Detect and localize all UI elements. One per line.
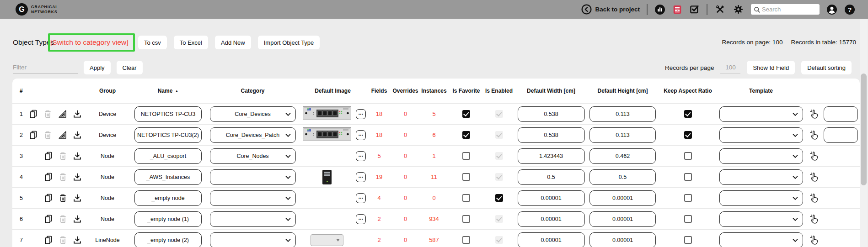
is-favorite-checkbox[interactable] [462,131,470,139]
name-input[interactable]: _AWS_Instances [134,169,202,185]
show-id-field-button[interactable]: Show Id Field [747,61,795,74]
switch-to-category-view-link[interactable]: [Switch to category view] [50,33,129,52]
instances-count[interactable]: 934 [418,215,450,222]
tasks-icon[interactable] [689,4,700,15]
hand-pointer-icon[interactable] [809,109,819,120]
template-select[interactable] [719,211,803,227]
default-height-input[interactable]: 0.113 [589,106,656,122]
add-new-button[interactable]: Add New [215,36,251,49]
col-header-default-height[interactable]: Default Height [cm] [587,88,658,94]
is-favorite-checkbox[interactable] [462,215,470,223]
is-enabled-checkbox[interactable] [495,131,503,139]
default-height-input[interactable]: 0.00001 [589,211,656,227]
trash-icon[interactable] [59,193,67,203]
is-enabled-checkbox[interactable] [495,173,503,181]
tools-icon[interactable] [714,4,726,15]
category-select[interactable] [210,190,296,206]
keep-aspect-ratio-checkbox[interactable] [684,152,692,160]
default-height-input[interactable]: 0.5 [589,169,656,185]
user-icon[interactable] [826,4,837,15]
download-icon[interactable] [73,235,82,245]
name-input[interactable]: _empty node (1) [134,211,202,227]
fields-count[interactable]: 5 [366,152,392,159]
trash-icon[interactable] [43,109,52,119]
image-more-button[interactable]: ... [356,193,366,203]
copy-icon[interactable] [44,193,53,203]
copy-icon[interactable] [44,172,53,182]
default-height-input[interactable]: 0.462 [589,148,656,164]
icon-input[interactable] [824,106,858,122]
col-header-name[interactable]: Name▲ [130,88,206,94]
trash-icon[interactable] [59,235,67,245]
trash-icon[interactable] [59,172,67,182]
instances-count[interactable]: 0 [418,194,450,201]
vertical-scrollbar[interactable] [860,19,868,247]
is-favorite-checkbox[interactable] [462,152,470,160]
reports-icon[interactable] [672,5,682,15]
name-input[interactable]: NETOPTICS TP-CU3 [134,106,202,122]
default-width-input[interactable]: 0.538 [518,127,585,143]
overrides-count[interactable]: 0 [392,152,418,159]
to-excel-button[interactable]: To Excel [174,36,208,49]
to-csv-button[interactable]: To csv [138,36,167,49]
fields-count[interactable]: 2 [366,215,392,222]
default-height-input[interactable]: 0.00001 [589,190,656,206]
download-icon[interactable] [73,193,82,203]
default-width-input[interactable]: 0.538 [518,106,585,122]
col-header-is-favorite[interactable]: Is Favorite [450,88,483,94]
keep-aspect-ratio-checkbox[interactable] [684,194,692,202]
instances-count[interactable]: 5 [418,110,450,117]
col-header-overrides[interactable]: Overrides [392,88,418,94]
col-header-fields[interactable]: Fields [366,88,392,94]
copy-icon[interactable] [44,151,53,161]
is-favorite-checkbox[interactable] [462,194,470,202]
instances-count[interactable]: 1 [418,152,450,159]
category-select[interactable] [210,232,296,247]
download-icon[interactable] [73,214,82,224]
fields-count[interactable]: 18 [366,110,392,117]
copy-icon[interactable] [44,214,53,224]
import-object-type-button[interactable]: Import Object Type [258,36,320,49]
keep-aspect-ratio-checkbox[interactable] [684,131,692,139]
col-header-is-enabled[interactable]: Is Enabled [483,88,515,94]
trash-icon[interactable] [43,130,52,140]
keep-aspect-ratio-checkbox[interactable] [684,236,692,244]
ruler-icon[interactable] [58,109,67,119]
default-width-input[interactable]: 0.00001 [518,232,585,247]
is-enabled-checkbox[interactable] [495,215,503,223]
instances-count[interactable]: 587 [418,236,450,243]
image-more-button[interactable]: ... [356,130,366,140]
icon-input[interactable] [824,127,858,143]
col-header-keep-aspect-ratio[interactable]: Keep Aspect Ratio [658,88,718,94]
stats-icon[interactable] [654,4,665,15]
help-icon[interactable]: ? [844,4,855,15]
default-sorting-button[interactable]: Default sorting [801,61,852,74]
category-select[interactable]: Core_Devices [210,106,296,122]
template-select[interactable] [719,106,803,122]
fields-count[interactable]: 2 [366,236,392,243]
is-favorite-checkbox[interactable] [462,236,470,244]
instances-count[interactable]: 11 [418,173,450,180]
overrides-count[interactable]: 0 [392,131,418,138]
copy-icon[interactable] [29,130,38,140]
template-select[interactable] [719,190,803,206]
is-favorite-checkbox[interactable] [462,173,470,181]
clear-button[interactable]: Clear [117,61,143,74]
keep-aspect-ratio-checkbox[interactable] [684,110,692,118]
copy-icon[interactable] [44,235,53,245]
default-width-input[interactable]: 1.423443 [518,148,585,164]
hand-pointer-icon[interactable] [809,130,819,141]
download-icon[interactable] [73,130,82,140]
apply-button[interactable]: Apply [84,61,111,74]
name-input[interactable]: _empty node [134,190,202,206]
image-more-button[interactable]: ... [356,214,366,224]
keep-aspect-ratio-checkbox[interactable] [684,173,692,181]
default-width-input[interactable]: 0.00001 [518,211,585,227]
col-header-category[interactable]: Category [206,88,300,94]
image-more-button[interactable]: ... [356,172,366,182]
hand-pointer-icon[interactable] [809,235,819,246]
image-more-button[interactable]: ... [356,151,366,161]
trash-icon[interactable] [59,214,67,224]
overrides-count[interactable]: 0 [392,215,418,222]
default-height-input[interactable]: 0.113 [589,127,656,143]
